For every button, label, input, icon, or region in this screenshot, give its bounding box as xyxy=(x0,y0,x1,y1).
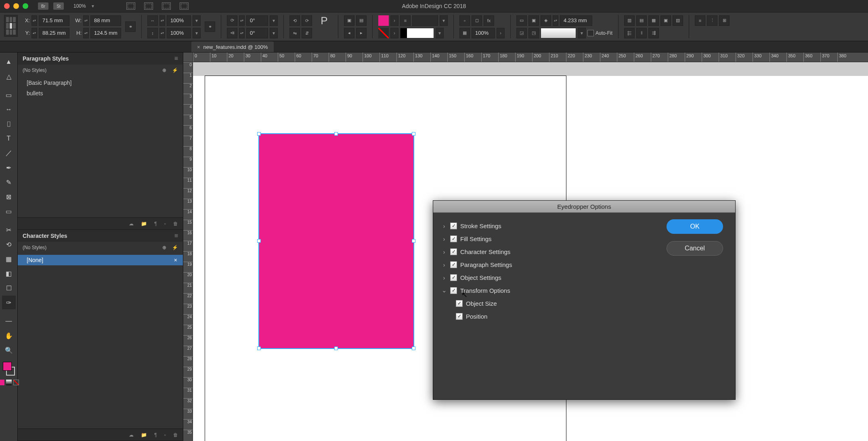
h-field[interactable]: 124.5 mm xyxy=(90,28,121,38)
new-folder-icon[interactable]: 📁 xyxy=(141,432,147,438)
text-wrap-shape-icon[interactable]: ◈ xyxy=(541,15,551,26)
y-field[interactable]: 88.25 mm xyxy=(39,28,69,38)
autofit-checkbox[interactable] xyxy=(587,30,594,36)
eyedropper-tool[interactable]: ✑ xyxy=(2,296,16,309)
clear-overrides-icon[interactable]: ⚡ xyxy=(172,67,178,73)
x-field[interactable]: 71.5 mm xyxy=(39,15,69,26)
delete-style-icon[interactable]: 🗑 xyxy=(173,221,178,227)
selection-tool[interactable]: ▲ xyxy=(2,55,16,69)
corner-style-menu[interactable]: ▾ xyxy=(578,28,586,38)
select-content-icon[interactable]: ▤ xyxy=(356,15,367,26)
clear-icon[interactable]: ¶ xyxy=(154,221,157,227)
clear-overrides-icon[interactable]: ⚡ xyxy=(172,245,178,250)
flip-v-icon[interactable]: ⇵ xyxy=(302,28,312,38)
direct-selection-tool[interactable]: △ xyxy=(2,69,16,83)
h-stepper[interactable]: ▴▾ xyxy=(83,28,89,38)
list-item[interactable]: bullets xyxy=(18,88,183,99)
document-canvas[interactable]: 0102030405060708090100110120130140150160… xyxy=(183,52,868,441)
option-row[interactable]: ›✓Character Settings xyxy=(441,245,656,258)
scale-x-menu[interactable]: ▾ xyxy=(193,15,201,26)
option-row[interactable]: ›✓Fill Settings xyxy=(441,232,656,245)
stroke-style-menu[interactable]: ▾ xyxy=(436,28,444,38)
stock-launch-icon[interactable]: St xyxy=(53,2,64,10)
checkbox[interactable]: ✓ xyxy=(450,261,457,268)
gap-tool[interactable]: ↔ xyxy=(2,103,16,116)
view-option-2-icon[interactable] xyxy=(144,2,153,10)
text-wrap-none-icon[interactable]: ▭ xyxy=(516,15,527,26)
chevron-down-icon[interactable]: ⌄ xyxy=(441,287,447,294)
rotate-field[interactable]: 0° xyxy=(246,15,268,26)
resize-handle-ne[interactable] xyxy=(412,132,415,136)
option-row[interactable]: ⌄✓Transform Options xyxy=(441,284,656,297)
corner-style-field[interactable] xyxy=(541,28,576,38)
fit-frame-icon[interactable]: ▤ xyxy=(636,15,647,26)
new-folder-icon[interactable]: 📁 xyxy=(141,221,147,227)
checkbox[interactable]: ✓ xyxy=(450,248,457,255)
list-item[interactable]: [Basic Paragraph] xyxy=(18,78,183,88)
align-right-icon[interactable]: ⇶ xyxy=(648,28,659,38)
delete-style-icon[interactable]: 🗑 xyxy=(173,432,178,438)
resize-handle-nw[interactable] xyxy=(257,132,261,136)
option-row[interactable]: ›✓Stroke Settings xyxy=(441,219,656,232)
gap-stepper[interactable]: ▴▾ xyxy=(553,15,558,26)
free-transform-tool[interactable]: ⟲ xyxy=(2,237,16,251)
resize-handle-se[interactable] xyxy=(412,346,415,350)
pen-tool[interactable]: ✒ xyxy=(2,161,16,174)
rectangle-frame-tool[interactable]: ⊠ xyxy=(2,190,16,204)
rotate-ccw-icon[interactable]: ⟲ xyxy=(289,15,300,26)
select-container-icon[interactable]: ▣ xyxy=(344,15,354,26)
align-left-icon[interactable]: ⬱ xyxy=(624,28,635,38)
content-collector-tool[interactable]: ⌷ xyxy=(2,117,16,131)
stroke-weight-field[interactable] xyxy=(412,15,438,26)
rotate-stepper[interactable]: ▴▾ xyxy=(239,15,245,26)
text-wrap-bound-icon[interactable]: ▣ xyxy=(528,15,539,26)
ok-button[interactable]: OK xyxy=(667,219,723,234)
checkbox[interactable]: ✓ xyxy=(450,274,457,281)
resize-handle-w[interactable] xyxy=(257,239,261,243)
clear-icon[interactable]: ¶ xyxy=(154,432,157,438)
chevron-right-icon[interactable]: › xyxy=(441,274,447,281)
paragraph-formatting-icon[interactable]: P xyxy=(316,13,332,29)
chevron-right-icon[interactable]: › xyxy=(441,261,447,268)
chevron-right-icon[interactable]: › xyxy=(441,248,447,255)
checkbox[interactable]: ✓ xyxy=(450,223,457,229)
scale-x-stepper[interactable]: ▴▾ xyxy=(159,15,165,26)
resize-handle-n[interactable] xyxy=(334,132,338,136)
drop-shadow-icon[interactable]: ▫ xyxy=(459,15,470,26)
fill-menu-chevron[interactable]: › xyxy=(390,15,398,26)
character-style-list[interactable]: [None] × xyxy=(18,253,183,428)
list-item[interactable]: [None] × xyxy=(18,255,183,265)
fill-stroke-proxy[interactable] xyxy=(2,361,16,376)
new-group-icon[interactable]: ⊕ xyxy=(162,245,166,250)
shear-stepper[interactable]: ▴▾ xyxy=(239,28,245,38)
vertical-ruler[interactable]: 0123456789101112131415161718192021222324… xyxy=(183,62,193,441)
x-stepper[interactable]: ▴▾ xyxy=(31,15,37,26)
cancel-button[interactable]: Cancel xyxy=(667,241,723,256)
close-tab-icon[interactable]: × xyxy=(197,44,200,50)
apply-gradient-icon[interactable] xyxy=(6,380,12,385)
chevron-right-icon[interactable]: › xyxy=(441,235,447,242)
gradient-feather-tool[interactable]: ◧ xyxy=(2,267,16,280)
minimize-window-button[interactable] xyxy=(13,3,19,9)
opacity-menu[interactable]: › xyxy=(497,28,505,38)
chevron-right-icon[interactable]: › xyxy=(441,223,447,229)
scale-y-stepper[interactable]: ▴▾ xyxy=(159,28,165,38)
option-row[interactable]: ›✓Paragraph Settings xyxy=(441,258,656,271)
stroke-style-preview[interactable] xyxy=(400,28,434,38)
pin-icon[interactable]: × xyxy=(174,257,177,263)
measure-tool[interactable]: — xyxy=(2,314,16,328)
view-option-3-icon[interactable] xyxy=(162,2,171,10)
scale-y-field[interactable]: 100% xyxy=(167,28,191,38)
option-row[interactable]: ›✓Object Settings xyxy=(441,271,656,284)
gap-field[interactable]: 4.233 mm xyxy=(560,15,592,26)
document-tab[interactable]: × new_features.indd @ 100% xyxy=(191,42,274,52)
reference-point-picker[interactable] xyxy=(4,15,18,37)
stroke-swatch[interactable] xyxy=(378,28,389,38)
zoom-tool[interactable]: 🔍 xyxy=(2,343,16,357)
type-tool[interactable]: T xyxy=(2,132,16,145)
scale-link-icon[interactable]: ⚭ xyxy=(205,21,215,32)
selected-rectangle[interactable] xyxy=(259,134,413,348)
resize-handle-s[interactable] xyxy=(334,346,338,350)
scissors-tool[interactable]: ✂ xyxy=(2,223,16,237)
zoom-level-menu[interactable]: 100% xyxy=(73,3,86,9)
